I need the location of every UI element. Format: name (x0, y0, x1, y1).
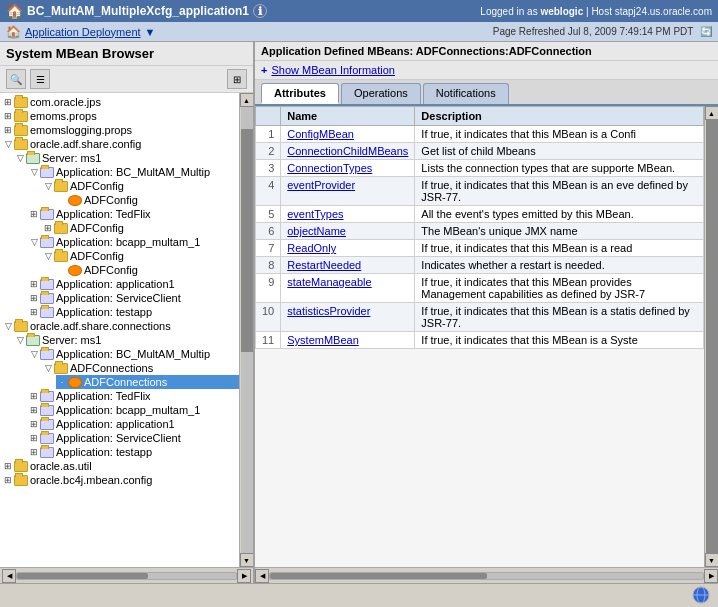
tree-item-oracle-as-util[interactable]: ⊞ oracle.as.util (2, 459, 239, 473)
nav-breadcrumb[interactable]: 🏠 Application Deployment ▼ (6, 25, 155, 39)
refresh-icon[interactable]: 🔄 (700, 26, 712, 37)
attr-name-cell[interactable]: ConfigMBean (281, 126, 415, 143)
scroll-track[interactable] (706, 120, 718, 553)
tree-item-adfconnections-leaf[interactable]: · ADFConnections (56, 375, 239, 389)
table-row[interactable]: 3ConnectionTypesLists the connection typ… (256, 160, 704, 177)
tree-item-com-oracle-jps[interactable]: ⊞ com.oracle.jps (2, 95, 239, 109)
attr-name-cell[interactable]: ConnectionChildMBeans (281, 143, 415, 160)
attr-name-cell[interactable]: stateManageable (281, 274, 415, 303)
tree-item-app-tedflix2[interactable]: ⊞ Application: TedFlix (28, 389, 239, 403)
h-scroll-thumb[interactable] (270, 573, 487, 579)
tree-horizontal-scrollbar[interactable]: ◀ ▶ (0, 567, 253, 583)
tree-item-app-tedflix[interactable]: ⊞ Application: TedFlix (28, 207, 239, 221)
server-icon (26, 153, 40, 164)
expand-icon: ▽ (2, 138, 14, 150)
tab-notifications[interactable]: Notifications (423, 83, 509, 104)
tree-item-server-ms1[interactable]: ▽ Server: ms1 (14, 151, 239, 165)
expand-mbean-icon[interactable]: + (261, 64, 267, 76)
tree-item-app-bcapp2[interactable]: ⊞ Application: bcapp_multam_1 (28, 403, 239, 417)
right-vertical-scrollbar[interactable]: ▲ ▼ (704, 106, 718, 567)
scroll-left-button[interactable]: ◀ (255, 569, 269, 583)
tree-item-server-ms1-2[interactable]: ▽ Server: ms1 (14, 333, 239, 347)
show-mbean-link[interactable]: Show MBean Information (271, 64, 395, 76)
right-horizontal-scrollbar[interactable]: ◀ ▶ (255, 567, 718, 583)
table-row[interactable]: 8RestartNeededIndicates whether a restar… (256, 257, 704, 274)
tree-item-app-bc[interactable]: ▽ Application: BC_MultAM_Multip (28, 165, 239, 179)
tree-container: ⊞ com.oracle.jps ⊞ emoms.props ⊞ emomslo… (0, 93, 253, 583)
app-icon (40, 237, 54, 248)
tab-attributes[interactable]: Attributes (261, 83, 339, 104)
expand-icon[interactable]: ⊞ (227, 69, 247, 89)
attr-name-cell[interactable]: SystemMBean (281, 332, 415, 349)
tree-item-app-serviceclient[interactable]: ⊞ Application: ServiceClient (28, 291, 239, 305)
app-info-icon[interactable]: ℹ (253, 4, 267, 18)
nav-label[interactable]: Application Deployment (25, 26, 141, 38)
scroll-left-button[interactable]: ◀ (2, 569, 16, 583)
table-row[interactable]: 4eventProviderIf true, it indicates that… (256, 177, 704, 206)
table-row[interactable]: 6objectNameThe MBean's unique JMX name (256, 223, 704, 240)
tree-item-app-bcapp[interactable]: ▽ Application: bcapp_multam_1 (28, 235, 239, 249)
scroll-down-button[interactable]: ▼ (240, 553, 254, 567)
tree-vertical-scrollbar[interactable]: ▲ ▼ (239, 93, 253, 567)
scroll-up-button[interactable]: ▲ (705, 106, 719, 120)
login-info: Logged in as weblogic | Host stapj24.us.… (480, 6, 712, 17)
tree-item-app-application1[interactable]: ⊞ Application: application1 (28, 277, 239, 291)
table-row[interactable]: 5eventTypesAll the event's types emitted… (256, 206, 704, 223)
expand-icon: ⊞ (28, 446, 40, 458)
attr-name-cell[interactable]: objectName (281, 223, 415, 240)
tree-item-app-testapp[interactable]: ⊞ Application: testapp (28, 305, 239, 319)
tree-item-emoms-props[interactable]: ⊞ emoms.props (2, 109, 239, 123)
tree-item-app-bc2[interactable]: ▽ Application: BC_MultAM_Multip (28, 347, 239, 361)
h-scroll-thumb[interactable] (17, 573, 148, 579)
scroll-thumb[interactable] (706, 120, 718, 553)
scroll-track[interactable] (241, 107, 253, 553)
h-scroll-track[interactable] (16, 572, 237, 580)
tree-item-app-serviceclient2[interactable]: ⊞ Application: ServiceClient (28, 431, 239, 445)
left-panel-title: System MBean Browser (0, 42, 253, 66)
scroll-down-button[interactable]: ▼ (705, 553, 719, 567)
tab-operations[interactable]: Operations (341, 83, 421, 104)
table-row[interactable]: 10statisticsProviderIf true, it indicate… (256, 303, 704, 332)
tree-item-oracle-bc4j[interactable]: ⊞ oracle.bc4j.mbean.config (2, 473, 239, 487)
attr-name-cell[interactable]: eventProvider (281, 177, 415, 206)
search-icon[interactable]: 🔍 (6, 69, 26, 89)
tree-item-app-application12[interactable]: ⊞ Application: application1 (28, 417, 239, 431)
tree-item-oracle-adf-share-connections[interactable]: ▽ oracle.adf.share.connections (2, 319, 239, 333)
attr-name-cell[interactable]: statisticsProvider (281, 303, 415, 332)
main-container: System MBean Browser 🔍 ☰ ⊞ ⊞ com.oracle.… (0, 42, 718, 583)
table-row[interactable]: 9stateManageableIf true, it indicates th… (256, 274, 704, 303)
attr-name-cell[interactable]: ReadOnly (281, 240, 415, 257)
scroll-right-button[interactable]: ▶ (704, 569, 718, 583)
expand-icon: ⊞ (28, 432, 40, 444)
attr-desc-cell: If true, it indicates that this MBean is… (415, 126, 704, 143)
scroll-thumb[interactable] (241, 129, 253, 352)
tree-item-adfconnections-folder[interactable]: ▽ ADFConnections (42, 361, 239, 375)
tree-item-adfconfig-folder3[interactable]: ▽ ADFConfig (42, 249, 239, 263)
scroll-up-button[interactable]: ▲ (240, 93, 254, 107)
tree-item-app-testapp2[interactable]: ⊞ Application: testapp (28, 445, 239, 459)
attr-desc-cell: Indicates whether a restart is needed. (415, 257, 704, 274)
tree-item-oracle-adf-share-config[interactable]: ▽ oracle.adf.share.config (2, 137, 239, 151)
leaf-icon2 (68, 265, 82, 276)
expand-icon: ⊞ (28, 208, 40, 220)
row-number: 3 (256, 160, 281, 177)
tree-item-adfconfig-leaf[interactable]: · ADFConfig (56, 193, 239, 207)
folder-icon (14, 475, 28, 486)
tree-item-adfconfig-folder[interactable]: ▽ ADFConfig (42, 179, 239, 193)
table-row[interactable]: 7ReadOnlyIf true, it indicates that this… (256, 240, 704, 257)
h-scroll-track-right[interactable] (269, 572, 704, 580)
attr-name-cell[interactable]: ConnectionTypes (281, 160, 415, 177)
tree-item-adfconfig-leaf2[interactable]: · ADFConfig (56, 263, 239, 277)
tree-item-adfconfig-folder2[interactable]: ⊞ ADFConfig (42, 221, 239, 235)
tree-item-emomslogging[interactable]: ⊞ emomslogging.props (2, 123, 239, 137)
table-row[interactable]: 11SystemMBeanIf true, it indicates that … (256, 332, 704, 349)
attr-name-cell[interactable]: eventTypes (281, 206, 415, 223)
table-row[interactable]: 1ConfigMBeanIf true, it indicates that t… (256, 126, 704, 143)
attr-desc-cell: The MBean's unique JMX name (415, 223, 704, 240)
nav-dropdown-icon[interactable]: ▼ (145, 26, 156, 38)
table-row[interactable]: 2ConnectionChildMBeansGet list of child … (256, 143, 704, 160)
folder-icon (54, 223, 68, 234)
filter-icon[interactable]: ☰ (30, 69, 50, 89)
attr-name-cell[interactable]: RestartNeeded (281, 257, 415, 274)
scroll-right-button[interactable]: ▶ (237, 569, 251, 583)
